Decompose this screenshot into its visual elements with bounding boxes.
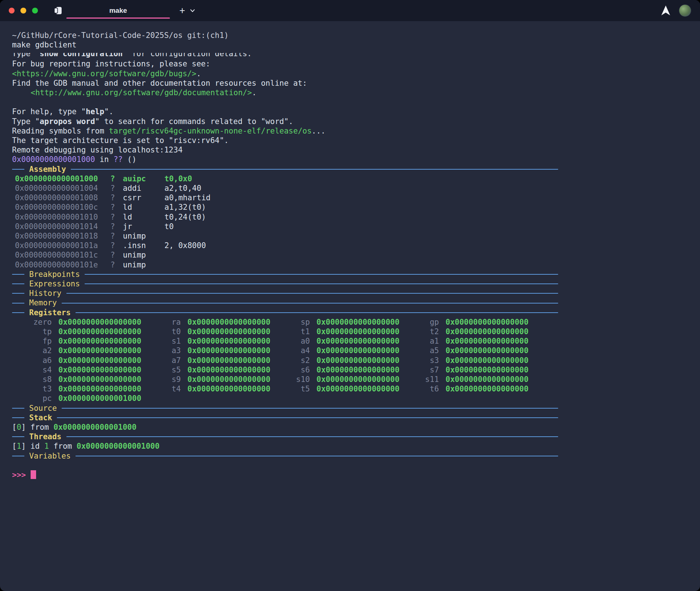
- divider-rule: [12, 303, 24, 304]
- asm-row: 0x0000000000001004?addia2,t0,40: [12, 184, 700, 193]
- asm-operands: t0,0x0: [164, 174, 192, 183]
- active-tab-indicator: [66, 18, 170, 19]
- section-stack: Stack: [12, 413, 558, 422]
- section-label: Variables: [24, 451, 75, 461]
- asm-address: 0x0000000000001010: [15, 212, 102, 222]
- section-threads: Threads: [12, 432, 558, 441]
- register-value: 0x0000000000000000: [439, 317, 528, 327]
- register-name: a7: [141, 356, 181, 365]
- register-value: 0x0000000000000000: [310, 317, 399, 327]
- register-name: t5: [270, 384, 310, 394]
- register-value: 0x0000000000000000: [52, 384, 141, 394]
- section-label: Source: [24, 403, 62, 413]
- scrollback-clipped-line: Type "show configuration" for configurat…: [12, 53, 700, 59]
- frame-index: 0: [17, 423, 22, 432]
- divider-rule: [12, 274, 24, 275]
- asm-mnemonic: .insn: [123, 241, 164, 250]
- tab-make[interactable]: make: [66, 0, 170, 21]
- register-name: s11: [399, 375, 439, 384]
- register-name: s3: [399, 356, 439, 365]
- section-source: Source: [12, 403, 558, 413]
- new-tab-button[interactable]: +: [179, 6, 185, 16]
- register-value: 0x0000000000000000: [52, 336, 141, 346]
- register-value: 0x0000000000000000: [181, 346, 270, 355]
- divider-rule: [62, 408, 558, 409]
- stop-tail: (): [122, 155, 136, 164]
- register-value: 0x0000000000000000: [181, 375, 270, 384]
- asm-row: 0x0000000000001018?unimp: [12, 231, 700, 241]
- section-label: Breakpoints: [24, 270, 85, 279]
- asm-flag: ?: [102, 184, 123, 193]
- register-name: s9: [141, 375, 181, 384]
- asm-row-current: 0x0000000000001000?auipct0,0x0: [12, 174, 700, 184]
- asm-mnemonic: jr: [123, 222, 164, 231]
- asm-flag: ?: [102, 260, 123, 270]
- avatar[interactable]: [679, 4, 691, 17]
- divider-rule: [62, 303, 558, 304]
- bracket: [: [12, 442, 17, 451]
- section-label: History: [24, 289, 66, 298]
- section-label: Registers: [24, 308, 75, 317]
- asm-mnemonic: ld: [123, 212, 164, 222]
- divider-rule: [12, 408, 24, 409]
- divider-rule: [12, 417, 24, 418]
- apropos-bold: apropos word: [40, 117, 95, 126]
- stack-frame-line: [0] from 0x0000000000001000: [12, 422, 700, 432]
- manual-dot: .: [252, 88, 257, 97]
- bookmarks-icon[interactable]: [53, 6, 63, 15]
- divider-rule: [85, 274, 558, 275]
- section-memory: Memory: [12, 298, 558, 308]
- register-value: 0x0000000000000000: [310, 356, 399, 365]
- from-label: from: [26, 423, 54, 432]
- bug-url-link[interactable]: <https://www.gnu.org/software/gdb/bugs/>: [12, 69, 197, 78]
- minimize-button[interactable]: [20, 8, 26, 13]
- register-value: 0x0000000000000000: [181, 336, 270, 346]
- register-value: 0x0000000000000000: [181, 384, 270, 394]
- asm-flag: ?: [102, 174, 123, 184]
- register-value: 0x0000000000000000: [310, 375, 399, 384]
- register-name: s8: [12, 375, 52, 384]
- asm-address: 0x0000000000001014: [15, 222, 102, 231]
- section-registers: Registers: [12, 308, 558, 317]
- register-name: ra: [141, 317, 181, 327]
- register-value: 0x0000000000000000: [181, 317, 270, 327]
- register-value: 0x0000000000000000: [181, 327, 270, 336]
- config-line-bold: show configuration: [40, 53, 123, 58]
- section-label: Assembly: [24, 165, 71, 174]
- register-name: a3: [141, 346, 181, 355]
- close-button[interactable]: [9, 8, 15, 13]
- zoom-button[interactable]: [32, 8, 38, 13]
- register-value: 0x0000000000000000: [310, 384, 399, 394]
- gdb-output-line: For help, type "help".: [12, 107, 700, 116]
- asm-flag: ?: [102, 250, 123, 260]
- command-line: make gdbclient: [12, 40, 700, 50]
- gdb-output-line: Type "apropos word" to search for comman…: [12, 117, 700, 126]
- register-name: a5: [399, 346, 439, 355]
- register-name: a0: [270, 336, 310, 346]
- symbols-pre: Reading symbols from: [12, 127, 109, 135]
- text-cursor[interactable]: [31, 470, 36, 479]
- manual-url-link[interactable]: <http://www.gnu.org/software/gdb/documen…: [31, 88, 252, 97]
- asm-flag: ?: [102, 241, 123, 250]
- register-name: s4: [12, 365, 52, 375]
- register-value: 0x0000000000000000: [439, 384, 528, 394]
- shell-prompt-line: ~/GitHub/rCore-Tutorial-Code-2025S/os gi…: [12, 31, 700, 40]
- register-name: a6: [12, 356, 52, 365]
- chevron-down-icon[interactable]: [190, 8, 195, 13]
- app-logo-icon[interactable]: [660, 5, 672, 16]
- register-value: 0x0000000000000000: [52, 375, 141, 384]
- gdb-prompt-line[interactable]: >>>: [12, 470, 700, 480]
- registers-grid: zero0x0000000000000000 ra0x0000000000000…: [12, 317, 540, 403]
- register-name: t4: [141, 384, 181, 394]
- terminal-window: make + ~/GitHub/rCore-Tutorial-Code-2025…: [0, 0, 700, 591]
- section-assembly: Assembly: [12, 165, 558, 174]
- register-value: 0x0000000000000000: [439, 356, 528, 365]
- register-value: 0x0000000000000000: [310, 327, 399, 336]
- section-label: Threads: [24, 432, 66, 441]
- asm-operands: a0,mhartid: [164, 193, 210, 202]
- bug-dot: .: [197, 69, 201, 78]
- asm-row: 0x0000000000001014?jrt0: [12, 222, 700, 231]
- traffic-lights: [9, 8, 44, 13]
- thread-line: [1] id 1 from 0x0000000000001000: [12, 441, 700, 451]
- gdb-output-line: Remote debugging using localhost:1234: [12, 145, 700, 155]
